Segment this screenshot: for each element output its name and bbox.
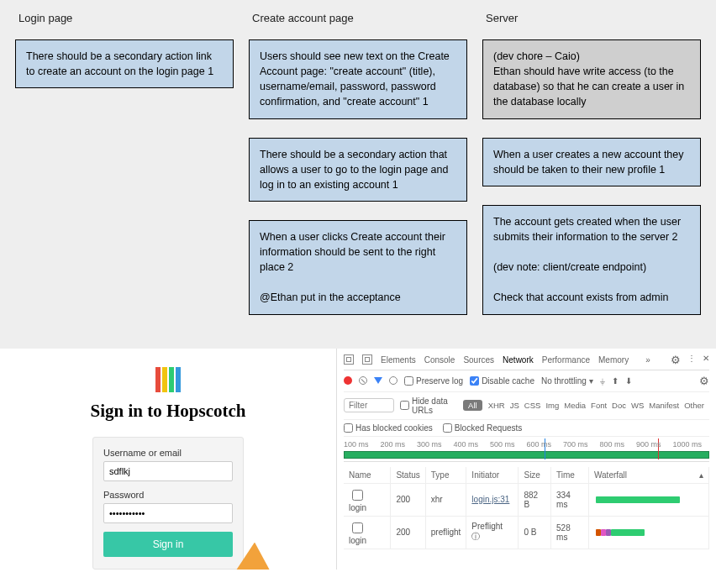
cell-status: 200 [391, 483, 425, 516]
cell-type: xhr [425, 483, 466, 516]
settings-icon[interactable]: ⚙ [671, 354, 681, 366]
type-filter[interactable]: Other [684, 401, 704, 410]
board-card[interactable]: When a user clicks Create account their … [249, 220, 467, 315]
record-icon[interactable] [344, 376, 352, 385]
cell-waterfall [588, 516, 708, 549]
device-icon[interactable] [362, 354, 372, 365]
ruler-tick: 200 ms [381, 440, 406, 449]
type-filter[interactable]: JS [510, 401, 519, 410]
blocked-requests-checkbox[interactable]: Blocked Requests [443, 423, 523, 433]
net-column-header[interactable]: Type [425, 467, 466, 484]
close-icon[interactable]: ✕ [703, 354, 709, 366]
login-mock: Sign in to Hopscotch Username or email P… [0, 349, 336, 570]
bottom-composite: Sign in to Hopscotch Username or email P… [0, 349, 716, 570]
tabs-overflow[interactable]: » [645, 355, 650, 365]
cell-name: login [344, 483, 391, 516]
ruler-tick: 1000 ms [673, 440, 703, 449]
ruler-tick: 900 ms [636, 440, 661, 449]
username-input[interactable] [103, 461, 233, 481]
preserve-log-checkbox[interactable]: Preserve log [404, 376, 463, 386]
wifi-icon[interactable]: ⏚ [600, 376, 605, 386]
devtools-toolbar: Preserve log Disable cache No throttling… [344, 370, 709, 392]
ruler-tick: 100 ms [344, 440, 369, 449]
ruler-tick: 300 ms [417, 440, 442, 449]
network-table: NameStatusTypeInitiatorSizeTimeWaterfall… [344, 467, 709, 549]
password-input[interactable] [103, 503, 233, 523]
table-row[interactable]: login200preflightPreflight ⓘ0 B528 ms [344, 516, 709, 549]
board-column: Server(dev chore – Caio) Ethan should ha… [482, 12, 701, 333]
username-label: Username or email [103, 448, 233, 458]
board-column: Login pageThere should be a secondary ac… [15, 12, 234, 333]
board-column: Create account pageUsers should see new … [249, 12, 467, 333]
signin-button[interactable]: Sign in [103, 532, 233, 557]
cell-size: 882 B [519, 483, 551, 516]
timeline-ruler[interactable]: 100 ms200 ms300 ms400 ms500 ms600 ms700 … [344, 437, 709, 462]
cell-initiator: Preflight ⓘ [466, 516, 519, 549]
signin-title: Sign in to Hopscotch [0, 401, 336, 422]
type-filter[interactable]: Doc [612, 401, 626, 410]
net-column-header[interactable]: Status [391, 467, 425, 484]
cell-time: 334 ms [551, 483, 589, 516]
download-icon[interactable]: ⬇ [625, 376, 632, 386]
type-filter[interactable]: Img [545, 401, 559, 410]
column-title: Login page [18, 12, 234, 24]
blocked-cookies-checkbox[interactable]: Has blocked cookies [344, 423, 433, 433]
type-filter[interactable]: WS [631, 401, 644, 410]
upload-icon[interactable]: ⬆ [612, 376, 619, 386]
board-card[interactable]: There should be a secondary action link … [15, 39, 234, 88]
password-label: Password [103, 490, 233, 500]
devtools-panel: ElementsConsoleSourcesNetworkPerformance… [336, 349, 716, 570]
ruler-tick: 600 ms [527, 440, 552, 449]
devtools-tab-bar: ElementsConsoleSourcesNetworkPerformance… [344, 354, 709, 370]
net-settings-icon[interactable]: ⚙ [699, 375, 709, 387]
filter-input[interactable] [344, 398, 394, 412]
devtools-tab[interactable]: Network [503, 355, 534, 365]
cell-waterfall [588, 483, 708, 516]
devtools-tab[interactable]: Console [424, 355, 455, 365]
type-filter[interactable]: Media [564, 401, 586, 410]
devtools-tab[interactable]: Elements [381, 355, 416, 365]
inspect-icon[interactable] [344, 354, 354, 365]
signin-form: Username or email Password Sign in [92, 437, 244, 570]
clear-icon[interactable] [359, 376, 367, 385]
column-title: Server [486, 12, 701, 24]
ruler-tick: 500 ms [490, 440, 515, 449]
cell-status: 200 [391, 516, 425, 549]
board-card[interactable]: (dev chore – Caio) Ethan should have wri… [482, 39, 701, 119]
net-column-header[interactable]: Time [551, 467, 589, 484]
type-filter[interactable]: Manifest [649, 401, 679, 410]
cell-type: preflight [425, 516, 466, 549]
kanban-board: Login pageThere should be a secondary ac… [0, 0, 716, 349]
filter-toggle-icon[interactable] [374, 377, 382, 384]
ruler-tick: 400 ms [454, 440, 479, 449]
cell-name: login [344, 516, 391, 549]
ruler-tick: 700 ms [563, 440, 588, 449]
net-column-header[interactable]: Size [519, 467, 551, 484]
devtools-tab[interactable]: Sources [463, 355, 494, 365]
hopscotch-logo-icon [155, 367, 181, 392]
net-column-header[interactable]: Initiator [466, 467, 519, 484]
board-card[interactable]: When a user creates a new account they s… [482, 138, 701, 186]
kebab-icon[interactable]: ⋮ [687, 354, 696, 366]
devtools-tab[interactable]: Performance [542, 355, 590, 365]
cell-time: 528 ms [551, 516, 589, 549]
type-filter[interactable]: CSS [524, 401, 541, 410]
cell-initiator: login.js:31 [466, 483, 519, 516]
devtools-filter-row: Hide data URLs All XHRJSCSSImgMediaFontD… [344, 392, 709, 420]
board-card[interactable]: There should be a secondary action that … [249, 138, 467, 202]
net-column-header[interactable]: Name [344, 467, 391, 484]
net-column-header[interactable]: Waterfall▴ [588, 467, 708, 484]
board-card[interactable]: The account gets created when the user s… [482, 205, 701, 315]
type-pill-all[interactable]: All [463, 400, 482, 411]
type-filter[interactable]: Font [591, 401, 607, 410]
ruler-tick: 800 ms [600, 440, 625, 449]
board-card[interactable]: Users should see new text on the Create … [249, 39, 467, 119]
hide-data-urls-checkbox[interactable]: Hide data URLs [400, 396, 457, 415]
search-icon[interactable] [389, 376, 397, 385]
type-filter[interactable]: XHR [488, 401, 505, 410]
devtools-tab[interactable]: Memory [598, 355, 629, 365]
table-row[interactable]: login200xhrlogin.js:31882 B334 ms [344, 483, 709, 516]
disable-cache-checkbox[interactable]: Disable cache [470, 376, 534, 386]
cell-size: 0 B [519, 516, 551, 549]
throttle-select[interactable]: No throttling ▾ [541, 376, 593, 386]
